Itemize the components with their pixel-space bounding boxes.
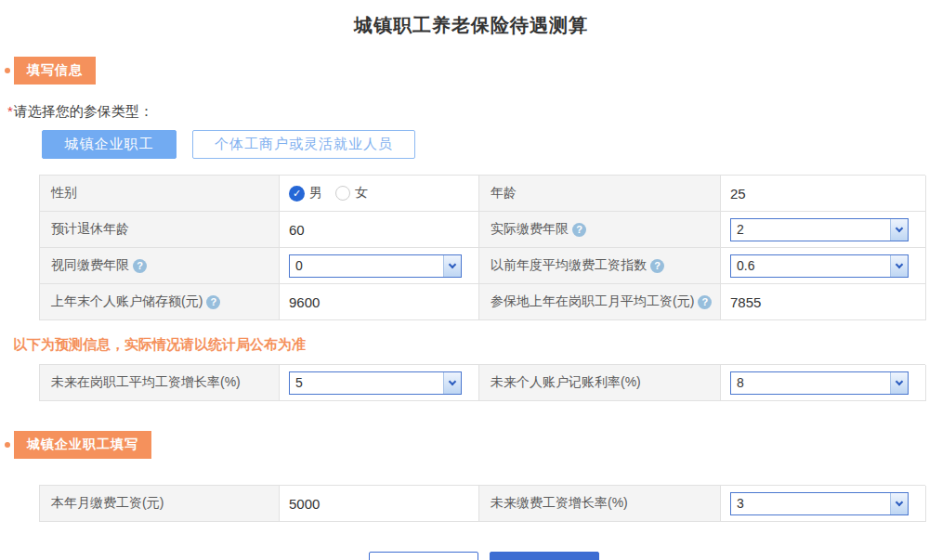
action-buttons: 重置 计算 bbox=[0, 552, 942, 560]
female-radio-label: 女 bbox=[355, 185, 368, 202]
table-row: 本年月缴费工资(元) 5000 未来缴费工资增长率(%) 3 bbox=[40, 486, 925, 522]
monthly-wage-label: 本年月缴费工资(元) bbox=[40, 486, 280, 522]
male-radio[interactable]: ✓ bbox=[289, 186, 305, 202]
wage-index-field: 0.6 bbox=[721, 248, 926, 284]
section-bullet-icon bbox=[5, 442, 10, 448]
gender-label: 性别 bbox=[40, 176, 280, 212]
reset-button[interactable]: 重置 bbox=[369, 552, 478, 560]
dropdown-arrow-icon bbox=[890, 219, 908, 241]
calculate-button[interactable]: 计算 bbox=[490, 552, 599, 560]
account-rate-select[interactable]: 8 bbox=[730, 371, 909, 395]
type-button-enterprise-employee[interactable]: 城镇企业职工 bbox=[42, 130, 177, 159]
deemed-years-select[interactable]: 0 bbox=[289, 254, 462, 278]
local-avg-wage-label: 参保地上年在岗职工月平均工资(元) ? bbox=[479, 284, 721, 320]
section-bullet-icon bbox=[5, 68, 10, 73]
age-label: 年龄 bbox=[479, 176, 721, 212]
section-company-fill: 城镇企业职工填写 bbox=[0, 431, 942, 459]
account-balance-label: 上年末个人账户储存额(元) ? bbox=[40, 284, 280, 320]
company-fill-table: 本年月缴费工资(元) 5000 未来缴费工资增长率(%) 3 bbox=[39, 485, 925, 522]
paid-years-field: 2 bbox=[721, 212, 926, 248]
table-row: 预计退休年龄 60 实际缴费年限 ? 2 bbox=[40, 212, 925, 248]
paid-years-label: 实际缴费年限 ? bbox=[479, 212, 721, 248]
help-icon[interactable]: ? bbox=[698, 295, 712, 309]
table-row: 上年末个人账户储存额(元) ? 9600 参保地上年在岗职工月平均工资(元) ?… bbox=[40, 284, 925, 320]
account-rate-field: 8 bbox=[721, 365, 926, 401]
retire-age-value: 60 bbox=[280, 212, 479, 248]
retire-age-label: 预计退休年龄 bbox=[40, 212, 280, 248]
female-radio[interactable] bbox=[335, 186, 350, 201]
section-fill-info: 填写信息 bbox=[0, 57, 942, 85]
type-button-self-employed[interactable]: 个体工商户或灵活就业人员 bbox=[192, 130, 415, 159]
deemed-years-field: 0 bbox=[280, 248, 479, 284]
dropdown-arrow-icon bbox=[890, 255, 908, 277]
table-row: 性别 ✓ 男 女 年龄 25 bbox=[40, 176, 925, 212]
gender-field: ✓ 男 女 bbox=[280, 176, 479, 212]
age-value: 25 bbox=[721, 176, 926, 212]
future-wage-growth-label: 未来缴费工资增长率(%) bbox=[479, 486, 721, 522]
dropdown-arrow-icon bbox=[890, 493, 908, 514]
required-mark: * bbox=[7, 103, 13, 119]
help-icon[interactable]: ? bbox=[133, 259, 147, 273]
insure-type-label: *请选择您的参保类型： bbox=[7, 103, 942, 121]
future-wage-growth-select[interactable]: 3 bbox=[730, 492, 909, 515]
table-row: 未来在岗职工平均工资增长率(%) 5 未来个人账户记账利率(%) 8 bbox=[40, 365, 925, 401]
future-wage-growth-field: 3 bbox=[721, 486, 926, 522]
company-fill-badge: 城镇企业职工填写 bbox=[14, 431, 151, 459]
gender-radio-group: ✓ 男 女 bbox=[289, 185, 368, 202]
dropdown-arrow-icon bbox=[443, 255, 461, 277]
dropdown-arrow-icon bbox=[890, 372, 908, 394]
wage-growth-field: 5 bbox=[280, 365, 479, 401]
forecast-table: 未来在岗职工平均工资增长率(%) 5 未来个人账户记账利率(%) 8 bbox=[39, 364, 925, 401]
wage-growth-label: 未来在岗职工平均工资增长率(%) bbox=[40, 365, 280, 401]
dropdown-arrow-icon bbox=[443, 372, 461, 394]
fill-info-badge: 填写信息 bbox=[14, 57, 96, 85]
paid-years-select[interactable]: 2 bbox=[730, 218, 909, 241]
insure-type-label-text: 请选择您的参保类型： bbox=[14, 103, 153, 119]
check-icon: ✓ bbox=[293, 188, 301, 200]
wage-index-label: 以前年度平均缴费工资指数 ? bbox=[479, 248, 721, 284]
page-title: 城镇职工养老保险待遇测算 bbox=[0, 13, 942, 38]
monthly-wage-value: 5000 bbox=[280, 486, 479, 522]
account-rate-label: 未来个人账户记账利率(%) bbox=[479, 365, 721, 401]
help-icon[interactable]: ? bbox=[572, 223, 586, 237]
help-icon[interactable]: ? bbox=[650, 259, 664, 273]
male-radio-label: 男 bbox=[309, 185, 322, 202]
local-avg-wage-value: 7855 bbox=[721, 284, 926, 320]
deemed-years-label: 视同缴费年限 ? bbox=[40, 248, 280, 284]
basic-info-table: 性别 ✓ 男 女 年龄 25 预计退休年龄 60 实际缴费年限 ? 2 视同缴费… bbox=[39, 175, 925, 320]
wage-growth-select[interactable]: 5 bbox=[289, 371, 462, 395]
help-icon[interactable]: ? bbox=[206, 295, 220, 309]
table-row: 视同缴费年限 ? 0 以前年度平均缴费工资指数 ? 0.6 bbox=[40, 248, 925, 284]
insure-type-buttons: 城镇企业职工 个体工商户或灵活就业人员 bbox=[42, 130, 942, 159]
account-balance-value: 9600 bbox=[280, 284, 479, 320]
wage-index-select[interactable]: 0.6 bbox=[730, 254, 909, 278]
forecast-note: 以下为预测信息，实际情况请以统计局公布为准 bbox=[13, 336, 942, 354]
